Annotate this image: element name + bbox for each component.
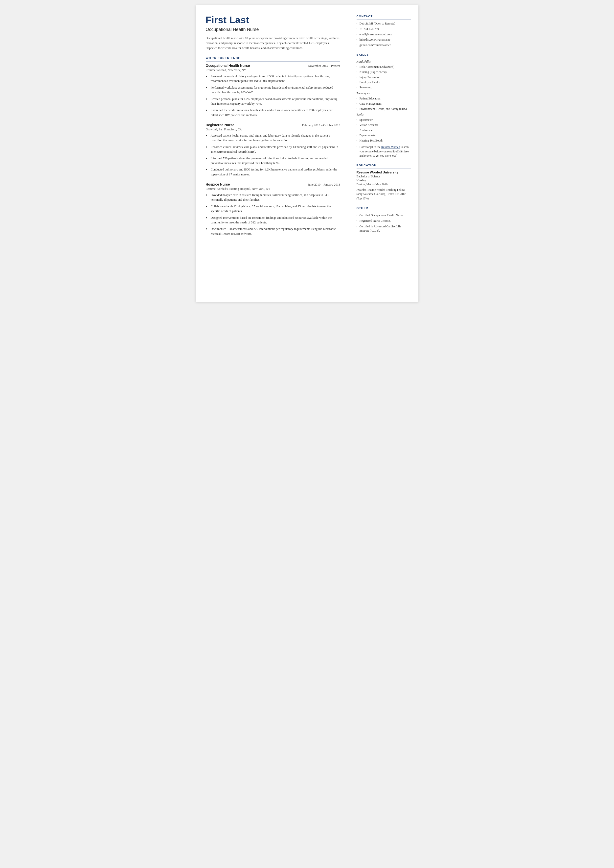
job-block-3: Hospice Nurse June 2010 – January 2013 R… (206, 182, 340, 236)
list-item: Vision Screener (357, 123, 411, 127)
job-header-3: Hospice Nurse June 2010 – January 2013 (206, 182, 340, 186)
job-company-3: Resume Worded's Exciting Hospital, New Y… (206, 187, 340, 191)
list-item: Conducted pulmonary and ECG testing for … (206, 167, 340, 177)
list-item: Screening (357, 85, 411, 90)
tools-list: Spirometer Vision Screener Audiometer Dy… (357, 118, 411, 143)
job-header-1: Occupational Health Nurse November 2015 … (206, 64, 340, 68)
tools-label: Tools: (357, 113, 411, 116)
list-item: Case Management (357, 102, 411, 106)
list-item: Detroit, MI (Open to Remote) (357, 22, 411, 26)
list-item: Environment, Health, and Safety (EHS) (357, 107, 411, 111)
education-section-title: EDUCATION (357, 164, 411, 169)
job-title-1: Occupational Health Nurse (206, 64, 250, 68)
job-title-2: Registered Nurse (206, 123, 234, 127)
edu-date: Boston, MA — May 2010 (357, 183, 411, 186)
list-item: Examined the work limitations, health st… (206, 108, 340, 118)
resume-page: First Last Occupational Health Nurse Occ… (196, 5, 419, 302)
other-list: Certified Occupational Health Nurse. Reg… (357, 213, 411, 233)
list-item: Employee Health (357, 80, 411, 84)
list-item: Audiometer (357, 128, 411, 132)
list-item: Created personal plans for 1.2K employee… (206, 97, 340, 106)
job-dates-2: February 2013 – October 2015 (302, 123, 340, 127)
list-item: Certified Occupational Health Nurse. (357, 213, 411, 217)
job-title: Occupational Health Nurse (206, 27, 340, 32)
list-item: +1-234-456-789 (357, 27, 411, 31)
resume-worded-link[interactable]: Resume Worded (381, 146, 400, 149)
job-bullets-3: Provided hospice care in assisted living… (206, 193, 340, 236)
list-item: Nursing (Experienced) (357, 70, 411, 74)
edu-degree: Bachelor of Science (357, 175, 411, 179)
job-dates-1: November 2015 – Present (308, 64, 340, 68)
techniques-list: Patient Education Case Management Enviro… (357, 96, 411, 111)
list-item: Patient Education (357, 96, 411, 101)
job-company-2: Growthsi, San Francisco, CA (206, 128, 340, 131)
skills-section: SKILLS Hard Skills: Risk Assessment (Adv… (357, 53, 411, 158)
edu-field: Nursing (357, 179, 411, 182)
hard-skills-label: Hard Skills: (357, 60, 411, 64)
list-item: Assessed patient health status, vital si… (206, 134, 340, 143)
job-title-3: Hospice Nurse (206, 182, 230, 186)
name: First Last (206, 15, 340, 25)
education-section: EDUCATION Resume Worded University Bache… (357, 164, 411, 201)
list-item: github.com/resumeworded (357, 43, 411, 47)
job-header-2: Registered Nurse February 2013 – October… (206, 123, 340, 127)
job-bullets-2: Assessed patient health status, vital si… (206, 134, 340, 177)
list-item: Assessed the medical history and symptom… (206, 74, 340, 84)
list-item: Performed workplace assessments for ergo… (206, 85, 340, 95)
edu-school: Resume Worded University (357, 171, 411, 174)
job-block-2: Registered Nurse February 2013 – October… (206, 123, 340, 177)
hard-skills-list: Risk Assessment (Advanced) Nursing (Expe… (357, 65, 411, 90)
left-column: First Last Occupational Health Nurse Occ… (196, 5, 349, 302)
contact-section-title: CONTACT (357, 15, 411, 20)
list-item: Certified in Advanced Cardiac Life Suppo… (357, 224, 411, 233)
list-item: Spirometer (357, 118, 411, 122)
other-section-title: OTHER (357, 207, 411, 211)
list-item: Injury Prevention (357, 75, 411, 79)
list-item: Dynamometer (357, 134, 411, 138)
job-dates-3: June 2010 – January 2013 (308, 183, 340, 186)
right-column: CONTACT Detroit, MI (Open to Remote) +1-… (349, 5, 419, 302)
summary: Occupational health nurse with 10 years … (206, 36, 340, 50)
list-item: Recorded clinical reviews, care plans, a… (206, 145, 340, 154)
list-item: Registered Nurse License. (357, 219, 411, 223)
work-experience-section-title: WORK EXPERIENCE (206, 56, 340, 62)
list-item: email@resumeworded.com (357, 33, 411, 37)
list-item: Collaborated with 12 physicians, 25 soci… (206, 204, 340, 214)
contact-list: Detroit, MI (Open to Remote) +1-234-456-… (357, 22, 411, 47)
edu-awards: Awards: Resume Worded Teaching Fellow (o… (357, 188, 411, 201)
contact-section: CONTACT Detroit, MI (Open to Remote) +1-… (357, 15, 411, 47)
techniques-label: Techniques: (357, 92, 411, 95)
list-item: Hearing Test Booth (357, 138, 411, 143)
job-block-1: Occupational Health Nurse November 2015 … (206, 64, 340, 118)
list-item: Documented 120 assessments and 220 inter… (206, 227, 340, 236)
job-company-1: Resume Worded, New York, NY (206, 68, 340, 72)
job-bullets-1: Assessed the medical history and symptom… (206, 74, 340, 118)
skills-section-title: SKILLS (357, 53, 411, 58)
other-section: OTHER Certified Occupational Health Nurs… (357, 207, 411, 233)
list-item: Provided hospice care in assisted living… (206, 193, 340, 202)
list-item: Designed interventions based on assessme… (206, 216, 340, 225)
list-item: linkedin.com/in/username (357, 37, 411, 42)
list-item: Risk Assessment (Advanced) (357, 65, 411, 69)
resume-worded-note: Don't forget to use Resume Worded to sca… (357, 145, 411, 158)
list-item: Informed 720 patients about the processe… (206, 156, 340, 166)
